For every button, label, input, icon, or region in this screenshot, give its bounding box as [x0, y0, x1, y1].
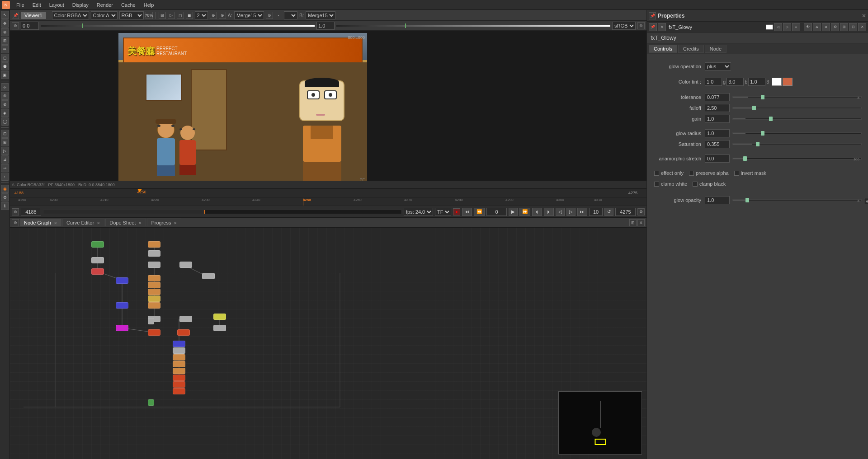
falloff-value[interactable]: 2.50 [705, 104, 730, 112]
node-n27[interactable] [173, 368, 185, 374]
node-n2[interactable] [148, 241, 160, 248]
node-n25[interactable] [148, 318, 154, 324]
node-n20[interactable] [177, 329, 190, 336]
viewer-canvas[interactable]: 美餐廳 PERFECTRESTAURANT [118, 33, 367, 184]
menu-help[interactable]: Help [140, 1, 158, 9]
menu-layout[interactable]: Layout [46, 1, 68, 9]
anamorphic-stretch-slider[interactable]: 100 [732, 158, 862, 159]
tool-shape[interactable]: ◻ [1, 54, 9, 62]
saturation-value[interactable]: 0.355 [705, 140, 730, 148]
props-icon-btn-close[interactable]: ✕ [658, 23, 666, 31]
props-icon-btn-settings[interactable]: ⚙ [831, 23, 839, 31]
viewer-btn6[interactable]: ⊗ [219, 12, 226, 19]
play-back-step-btn[interactable]: ◁ [556, 208, 565, 216]
color-bar-extra[interactable]: ⊕ [637, 22, 645, 29]
tolerance-value[interactable]: 0.077 [705, 93, 730, 101]
tool-3d[interactable]: ▣ [1, 71, 9, 79]
color-picker-swatch[interactable] [783, 78, 793, 86]
color-bar-toggle[interactable]: ⊕ [12, 22, 19, 29]
tool-tracker[interactable]: ⊹ [1, 83, 9, 91]
tab-credits[interactable]: Credits [678, 45, 704, 53]
tool-mask[interactable]: ◯ [1, 117, 9, 126]
tab-dope-sheet[interactable]: Dope Sheet ✕ [105, 219, 146, 226]
tool-extra4[interactable]: ⊿ [1, 155, 9, 164]
viewer-btn1[interactable]: ⊞ [159, 12, 166, 19]
play-back-frame-btn[interactable]: ⏴ [532, 208, 542, 216]
node-n21[interactable] [173, 341, 185, 347]
play-fwd-frame-btn[interactable]: ⏵ [544, 208, 554, 216]
anamorphic-stretch-value[interactable]: 0.0 [705, 155, 730, 163]
node-n8[interactable] [202, 273, 215, 279]
color-gamma-input[interactable] [316, 22, 335, 30]
tool-extra2[interactable]: ⊞ [1, 138, 9, 146]
node-n1[interactable] [91, 241, 104, 248]
glow-opacity-slider[interactable]: ð ◆ [732, 199, 862, 201]
tool-clone[interactable]: ⊕ [1, 92, 9, 100]
falloff-slider[interactable] [732, 107, 862, 109]
node-n22[interactable] [173, 347, 185, 354]
glow-opacity-keyframe-btn[interactable]: ◆ [864, 198, 868, 204]
frame-end-input[interactable]: 4275 [615, 208, 636, 216]
tf-select[interactable]: TF [435, 208, 451, 216]
node-n3[interactable] [148, 250, 160, 257]
props-icon-btn-menu[interactable]: ≡ [792, 23, 800, 31]
clamp-white-checkbox[interactable] [654, 182, 659, 187]
node-n5[interactable] [91, 268, 104, 275]
props-icon-btn-cd[interactable]: B [822, 23, 830, 31]
bottom-panel-expand[interactable]: ⊞ [629, 219, 637, 226]
properties-close-btn[interactable]: ✕ [862, 13, 866, 19]
tab-node-graph-close[interactable]: ✕ [54, 221, 57, 225]
tab-node-graph[interactable]: Node Graph ✕ [20, 219, 61, 226]
play-end-btn[interactable]: ⏭ [577, 208, 587, 216]
node-n6[interactable] [148, 262, 160, 268]
tool-extra3[interactable]: ▷ [1, 147, 9, 155]
play-beginning-btn[interactable]: ⏮ [462, 208, 472, 216]
props-icon-btn-nav-right[interactable]: ▷ [783, 23, 791, 31]
node-n11[interactable] [148, 282, 160, 288]
playback-expand[interactable]: ⊕ [12, 208, 19, 215]
frame-start-input[interactable]: 4188 [21, 208, 41, 216]
viewer-wire1[interactable]: ⊘ [266, 12, 273, 19]
glow-op-select[interactable]: plus screen overlay [705, 62, 731, 70]
saturation-slider[interactable] [732, 143, 862, 145]
bottom-panel-close[interactable]: ✕ [637, 219, 645, 226]
color-white-swatch[interactable] [772, 78, 782, 86]
color-b-input[interactable]: 1.0 [748, 78, 765, 86]
glow-opacity-value[interactable]: 1.0 [705, 196, 730, 204]
tab-dope-sheet-close[interactable]: ✕ [138, 221, 142, 225]
viewer-btn3[interactable]: ◻ [177, 12, 184, 19]
node-n31[interactable] [173, 388, 185, 394]
menu-file[interactable]: File [13, 1, 28, 9]
menu-render[interactable]: Render [93, 1, 117, 9]
tool-paint[interactable]: ✏ [1, 45, 9, 53]
tab-progress[interactable]: Progress ✕ [147, 219, 181, 226]
node-n12[interactable] [148, 289, 160, 295]
props-pin-btn[interactable]: 📌 [649, 12, 656, 19]
play-back-btn[interactable]: ⏪ [474, 208, 485, 216]
menu-cache[interactable]: Cache [118, 1, 139, 9]
viewer-tab[interactable]: Viewer1 [21, 12, 46, 19]
tool-extra6[interactable]: ⋮ [1, 173, 9, 181]
tool-info[interactable]: ℹ [1, 202, 9, 210]
props-icon-btn-close2[interactable]: ✕ [858, 23, 866, 31]
tool-crop[interactable]: ⊞ [1, 37, 9, 45]
viewer-channel-select2[interactable] [284, 11, 297, 19]
play-fwd-fast-btn[interactable]: ⏩ [519, 208, 530, 216]
node-n17[interactable] [179, 316, 192, 322]
color-g-input[interactable]: 3.0 [726, 78, 744, 86]
tab-progress-close[interactable]: ✕ [174, 221, 177, 225]
menu-edit[interactable]: Edit [29, 1, 45, 9]
node-n30[interactable] [148, 399, 154, 406]
play-fwd-btn[interactable]: ▶ [509, 208, 518, 216]
color-value-input[interactable] [21, 22, 39, 30]
tool-color[interactable]: ◈ [1, 109, 9, 117]
node-n4[interactable] [91, 257, 104, 263]
node-n32[interactable] [213, 325, 226, 331]
preserve-alpha-checkbox[interactable] [689, 171, 694, 176]
current-frame-input[interactable]: 0 [486, 208, 507, 216]
frame-ruler[interactable]: 4190 4200 4210 4220 4230 4240 4250 4260 … [10, 198, 646, 206]
node-n10[interactable] [148, 275, 160, 281]
node-n15[interactable] [148, 302, 160, 309]
tab-curve-editor[interactable]: Curve Editor ✕ [62, 219, 104, 226]
input-b-select[interactable]: Merge15 [306, 11, 335, 19]
